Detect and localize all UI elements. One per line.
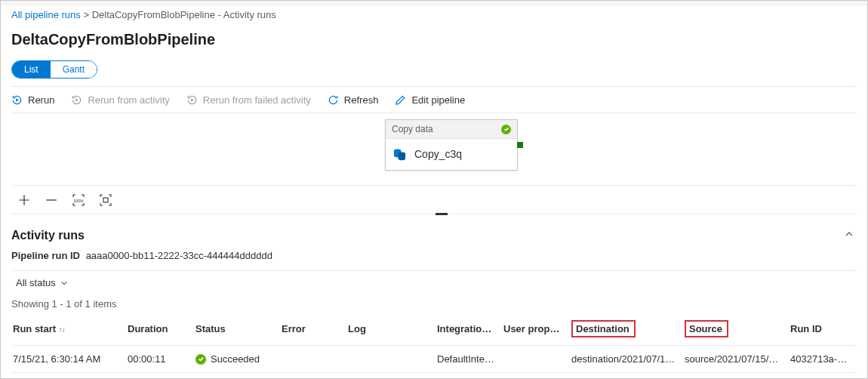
success-icon	[195, 354, 206, 365]
rerun-from-activity-button: Rerun from activity	[71, 94, 169, 106]
cell-error	[280, 346, 346, 373]
view-list-button[interactable]: List	[12, 61, 51, 78]
rerun-from-failed-button: Rerun from failed activity	[186, 94, 311, 106]
col-error[interactable]: Error	[280, 313, 346, 346]
zoom-fit-icon	[99, 193, 112, 207]
runid-value: aaaa0000-bb11-2222-33cc-444444dddddd	[86, 250, 272, 261]
activity-output-handle[interactable]	[517, 142, 523, 148]
col-user-props[interactable]: User proper...	[502, 313, 570, 346]
cell-log	[346, 346, 436, 373]
activity-type-label: Copy data	[392, 124, 433, 134]
svg-rect-3	[103, 198, 108, 202]
activity-node-header: Copy data	[386, 120, 517, 139]
rerun-button[interactable]: Rerun	[11, 94, 54, 106]
cell-status: Succeeded	[194, 346, 280, 373]
runid-label: Pipeline run ID	[11, 250, 80, 261]
collapse-section-button[interactable]	[842, 226, 857, 244]
activity-name: Copy_c3q	[414, 148, 462, 160]
page-title: DeltaCopyFromBlobPipeline	[11, 23, 857, 60]
section-title: Activity runs	[11, 229, 85, 242]
activity-runs-table: Run start ↑↓ Duration Status Error Log I…	[11, 313, 857, 373]
col-run-start[interactable]: Run start ↑↓	[11, 313, 126, 346]
rerun-failed-icon	[186, 94, 198, 106]
col-destination-highlight: Destination	[571, 320, 636, 337]
breadcrumb-current: DeltaCopyFromBlobPipeline - Activity run…	[92, 9, 276, 20]
zoom-100-button[interactable]: 100%	[72, 193, 85, 207]
rerun-label: Rerun	[28, 94, 54, 106]
minus-icon	[45, 193, 58, 207]
cell-run-id: 4032713a-59e0-41	[789, 346, 857, 373]
activity-node[interactable]: Copy data Copy_c3q	[385, 119, 518, 171]
results-count: Showing 1 - 1 of 1 items	[11, 294, 857, 313]
rerun-icon	[11, 94, 23, 106]
col-log[interactable]: Log	[346, 313, 436, 346]
refresh-icon	[328, 94, 339, 106]
view-gantt-button[interactable]: Gantt	[51, 61, 97, 78]
zoom-fit-button[interactable]	[99, 193, 112, 207]
cell-integration: DefaultIntegrati	[436, 346, 502, 373]
col-status[interactable]: Status	[194, 313, 280, 346]
table-header-row: Run start ↑↓ Duration Status Error Log I…	[11, 313, 857, 346]
view-mode-toggle: List Gantt	[11, 60, 97, 79]
cell-duration: 00:00:11	[126, 346, 194, 373]
zoom-100-icon: 100%	[72, 193, 85, 207]
pipeline-run-id-row: Pipeline run ID aaaa0000-bb11-2222-33cc-…	[11, 247, 857, 270]
pipeline-canvas[interactable]: Copy data Copy_c3q	[11, 113, 857, 186]
edit-pipeline-label: Edit pipeline	[411, 94, 465, 106]
sort-icon: ↑↓	[59, 325, 65, 334]
zoom-in-button[interactable]	[17, 193, 31, 207]
cell-source: source/2021/07/15/06/	[683, 346, 789, 373]
refresh-button[interactable]: Refresh	[328, 94, 379, 106]
breadcrumb-root-link[interactable]: All pipeline runs	[11, 9, 81, 20]
col-integration[interactable]: Integration ...	[436, 313, 502, 346]
cell-user-props	[502, 346, 570, 373]
table-row[interactable]: 7/15/21, 6:30:14 AM 00:00:11 Succeeded D…	[11, 346, 857, 373]
chevron-up-icon	[845, 230, 854, 239]
col-source-highlight: Source	[685, 320, 728, 337]
col-source[interactable]: Source	[683, 313, 789, 346]
canvas-zoom-controls: 100%	[11, 186, 857, 214]
svg-text:100%: 100%	[74, 199, 84, 203]
zoom-out-button[interactable]	[45, 193, 58, 207]
chevron-down-icon	[60, 279, 68, 287]
cell-destination: destination/2021/07/15/06/	[570, 346, 683, 373]
breadcrumb-separator: >	[83, 9, 91, 20]
rerun-activity-label: Rerun from activity	[88, 94, 169, 106]
status-text: Succeeded	[211, 353, 260, 365]
copy-data-icon	[392, 146, 407, 161]
rerun-activity-icon	[71, 94, 82, 106]
status-filter-dropdown[interactable]: All status	[16, 277, 68, 288]
col-duration[interactable]: Duration	[126, 313, 194, 346]
col-run-start-label: Run start	[13, 323, 56, 334]
plus-icon	[17, 193, 31, 207]
refresh-label: Refresh	[344, 94, 379, 106]
pencil-icon	[395, 94, 406, 106]
toolbar: Rerun Rerun from activity Rerun from fai…	[11, 86, 857, 113]
status-filter-label: All status	[16, 277, 56, 288]
integration-text: DefaultIntegrati	[437, 353, 502, 365]
rerun-failed-label: Rerun from failed activity	[203, 94, 311, 106]
cell-run-start: 7/15/21, 6:30:14 AM	[11, 346, 126, 373]
col-destination[interactable]: Destination	[570, 313, 683, 346]
col-run-id[interactable]: Run ID	[789, 313, 857, 346]
edit-pipeline-button[interactable]: Edit pipeline	[395, 94, 465, 106]
success-icon	[501, 125, 511, 134]
activity-node-body: Copy_c3q	[386, 139, 517, 170]
breadcrumb: All pipeline runs > DeltaCopyFromBlobPip…	[1, 5, 867, 23]
